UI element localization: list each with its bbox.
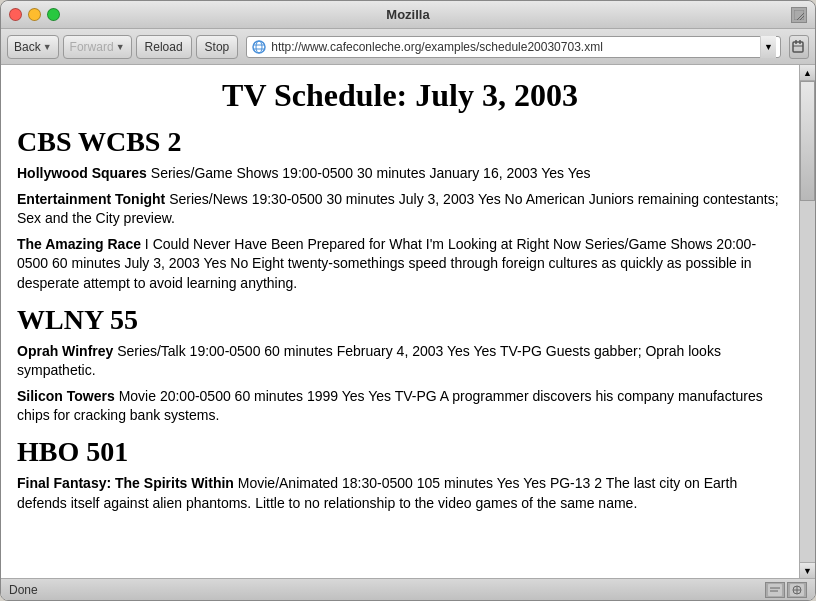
scrollbar: ▲ ▼ — [799, 65, 815, 578]
window-controls — [9, 8, 60, 21]
back-dropdown-arrow[interactable]: ▼ — [43, 42, 52, 52]
address-dropdown-arrow[interactable]: ▼ — [760, 36, 776, 58]
forward-button[interactable]: Forward ▼ — [63, 35, 132, 59]
program-title-3-1: Final Fantasy: The Spirits Within — [17, 475, 234, 491]
program-details-2-2: Movie 20:00-0500 60 minutes 1999 Yes Yes… — [17, 388, 763, 424]
statusbar-icon-1[interactable] — [765, 582, 785, 598]
forward-dropdown-arrow[interactable]: ▼ — [116, 42, 125, 52]
toolbar: Back ▼ Forward ▼ Reload Stop ▼ — [1, 29, 815, 65]
statusbar-icons — [765, 582, 807, 598]
window-title: Mozilla — [386, 7, 429, 22]
program-entry-1-1: Hollywood Squares Series/Game Shows 19:0… — [17, 164, 783, 184]
address-input[interactable] — [271, 40, 760, 54]
station-heading-3: HBO 501 — [17, 436, 783, 468]
back-button[interactable]: Back ▼ — [7, 35, 59, 59]
page-title: TV Schedule: July 3, 2003 — [17, 77, 783, 114]
stop-button[interactable]: Stop — [196, 35, 239, 59]
station-heading-2: WLNY 55 — [17, 304, 783, 336]
scrollbar-up-button[interactable]: ▲ — [800, 65, 815, 81]
maximize-button[interactable] — [47, 8, 60, 21]
statusbar-icon-2[interactable] — [787, 582, 807, 598]
svg-rect-11 — [768, 584, 782, 596]
content-area: TV Schedule: July 3, 2003 CBS WCBS 2 Hol… — [1, 65, 799, 578]
status-text: Done — [9, 583, 38, 597]
program-entry-2-2: Silicon Towers Movie 20:00-0500 60 minut… — [17, 387, 783, 426]
scrollbar-track — [800, 81, 815, 562]
address-bar[interactable]: ▼ — [246, 36, 781, 58]
scrollbar-down-button[interactable]: ▼ — [800, 562, 815, 578]
content-wrapper: TV Schedule: July 3, 2003 CBS WCBS 2 Hol… — [1, 65, 815, 578]
minimize-button[interactable] — [28, 8, 41, 21]
svg-point-3 — [253, 41, 265, 53]
statusbar: Done — [1, 578, 815, 600]
program-entry-2-1: Oprah Winfrey Series/Talk 19:00-0500 60 … — [17, 342, 783, 381]
scrollbar-thumb[interactable] — [800, 81, 815, 201]
titlebar: Mozilla — [1, 1, 815, 29]
program-title-2-1: Oprah Winfrey — [17, 343, 113, 359]
program-title-1-3: The Amazing Race — [17, 236, 141, 252]
program-details-1-1: Series/Game Shows 19:00-0500 30 minutes … — [151, 165, 591, 181]
browser-window: Mozilla Back ▼ Forward ▼ Reload Stop — [0, 0, 816, 601]
program-title-1-1: Hollywood Squares — [17, 165, 147, 181]
svg-rect-7 — [793, 42, 803, 52]
close-button[interactable] — [9, 8, 22, 21]
reload-button[interactable]: Reload — [136, 35, 192, 59]
address-icon — [251, 39, 267, 55]
program-entry-1-3: The Amazing Race I Could Never Have Been… — [17, 235, 783, 294]
toolbar-extra-icon[interactable] — [789, 35, 809, 59]
program-title-1-2: Entertainment Tonight — [17, 191, 165, 207]
program-details-2-1: Series/Talk 19:00-0500 60 minutes Februa… — [17, 343, 721, 379]
station-heading-1: CBS WCBS 2 — [17, 126, 783, 158]
program-title-2-2: Silicon Towers — [17, 388, 115, 404]
program-entry-1-2: Entertainment Tonight Series/News 19:30-… — [17, 190, 783, 229]
program-entry-3-1: Final Fantasy: The Spirits Within Movie/… — [17, 474, 783, 513]
resize-icon[interactable] — [791, 7, 807, 23]
